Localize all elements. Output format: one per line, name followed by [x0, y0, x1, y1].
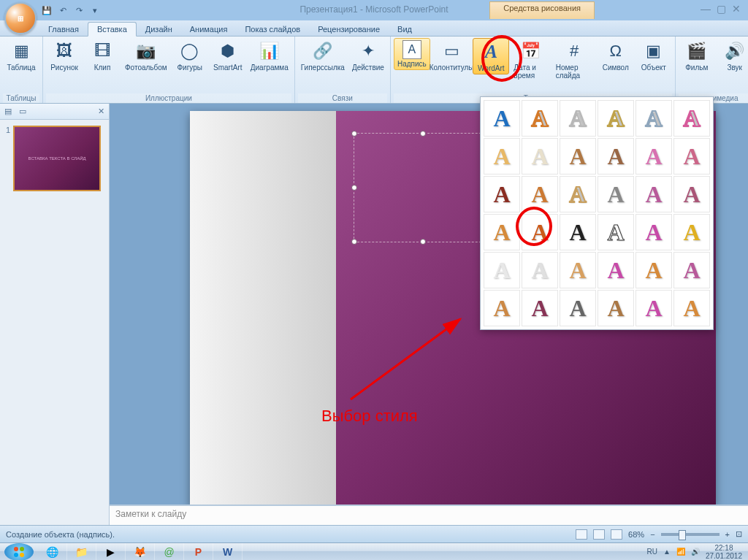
tab-главная[interactable]: Главная	[39, 23, 88, 36]
taskbar-firefox[interactable]: 🦊	[126, 543, 155, 561]
tray-lang[interactable]: RU	[647, 548, 657, 556]
ribbon-Диаграмма[interactable]: 📊Диаграмма	[248, 38, 291, 73]
taskbar-ie[interactable]: 🌐	[38, 543, 67, 561]
ribbon-Клип[interactable]: 🎞Клип	[84, 38, 121, 73]
taskbar-powerpoint[interactable]: P	[184, 543, 213, 561]
undo-icon[interactable]: ↶	[57, 4, 69, 16]
taskbar-explorer[interactable]: 📁	[67, 543, 96, 561]
wordart-style-13[interactable]: A	[522, 176, 558, 212]
ribbon-Надпись[interactable]: AНадпись	[394, 38, 430, 70]
zoom-in-button[interactable]: +	[725, 530, 730, 539]
tab-вставка[interactable]: Вставка	[88, 22, 137, 37]
slideshow-view-button[interactable]	[611, 529, 622, 540]
wordart-style-15[interactable]: A	[598, 176, 634, 212]
wordart-style-18[interactable]: A	[484, 214, 520, 250]
wordart-style-12[interactable]: A	[484, 176, 520, 212]
ribbon-Номер слайда[interactable]: #Номер слайда	[553, 38, 596, 81]
ribbon-Гиперссылка[interactable]: 🔗Гиперссылка	[298, 38, 348, 73]
notes-pane[interactable]: Заметки к слайду	[110, 505, 748, 525]
wordart-style-22[interactable]: A	[636, 214, 672, 250]
thumbnails-header: ▤ ▭ ✕	[0, 104, 109, 120]
ribbon-SmartArt[interactable]: ⬢SmartArt	[210, 38, 246, 73]
ribbon-Объект[interactable]: ▣Объект	[636, 38, 672, 73]
wordart-style-7[interactable]: A	[522, 138, 558, 174]
save-icon[interactable]: 💾	[41, 4, 53, 16]
text-frame[interactable]	[354, 133, 492, 242]
taskbar-media[interactable]: ▶	[96, 543, 126, 561]
slides-view-icon[interactable]: ▭	[19, 107, 26, 116]
ribbon-Фотоальбом[interactable]: 📷Фотоальбом	[122, 38, 170, 73]
wordart-style-23[interactable]: A	[673, 214, 710, 250]
wordart-style-5[interactable]: A	[673, 100, 710, 137]
office-button[interactable]: ⊞	[4, 2, 37, 34]
wordart-style-26[interactable]: A	[560, 252, 596, 288]
tray-network-icon[interactable]: 📶	[676, 548, 685, 556]
wordart-style-34[interactable]: A	[636, 290, 672, 326]
ribbon-Рисунок[interactable]: 🖼Рисунок	[46, 38, 83, 73]
wordart-style-4[interactable]: A	[636, 100, 672, 137]
wordart-style-10[interactable]: A	[636, 138, 672, 174]
wordart-style-14[interactable]: A	[560, 176, 596, 212]
ribbon-Дата и время[interactable]: 📅Дата и время	[511, 38, 551, 81]
fit-window-button[interactable]: ⊡	[736, 529, 742, 539]
ribbon-Фигуры[interactable]: ◯Фигуры	[172, 38, 208, 73]
wordart-style-16[interactable]: A	[636, 176, 672, 212]
close-button[interactable]: ✕	[732, 3, 741, 15]
ribbon-Колонтитулы[interactable]: ▭Колонтитулы	[432, 38, 471, 73]
taskbar: 🌐 📁 ▶ 🦊 @ P W RU ▲ 📶 🔊 22:1827.01.2012	[0, 542, 748, 560]
ribbon-Фильм[interactable]: 🎬Фильм	[679, 38, 715, 73]
qat-dropdown-icon[interactable]: ▾	[89, 4, 101, 16]
taskbar-word[interactable]: W	[213, 543, 243, 561]
ribbon-Символ[interactable]: ΩСимвол	[598, 38, 634, 73]
zoom-slider[interactable]	[661, 533, 720, 536]
wordart-style-31[interactable]: A	[522, 290, 558, 326]
tab-дизайн[interactable]: Дизайн	[137, 23, 181, 36]
slide-thumbnail-1[interactable]: 1 ВСТАВКА ТЕКСТА В СЛАЙД	[6, 126, 103, 191]
thumbnail-preview: ВСТАВКА ТЕКСТА В СЛАЙД	[13, 126, 101, 191]
wordart-style-30[interactable]: A	[484, 290, 520, 326]
ribbon-Звук[interactable]: 🔊Звук	[717, 38, 748, 73]
maximize-button[interactable]: ▢	[717, 3, 726, 15]
sorter-view-button[interactable]	[593, 529, 605, 540]
tray-clock[interactable]: 22:1827.01.2012	[706, 544, 742, 560]
wordart-style-6[interactable]: A	[484, 138, 520, 174]
wordart-style-28[interactable]: A	[636, 252, 672, 288]
wordart-style-20[interactable]: A	[560, 214, 596, 250]
ribbon-WordArt[interactable]: AWordArt	[473, 38, 509, 74]
outline-view-icon[interactable]: ▤	[4, 107, 12, 116]
wordart-style-0[interactable]: A	[484, 100, 520, 137]
contextual-tab-drawing[interactable]: Средства рисования	[489, 1, 595, 19]
wordart-style-32[interactable]: A	[560, 290, 596, 326]
wordart-style-17[interactable]: A	[673, 176, 710, 212]
thumbnail-number: 1	[6, 126, 10, 191]
taskbar-mail[interactable]: @	[155, 543, 184, 561]
wordart-style-11[interactable]: A	[673, 138, 710, 174]
tab-анимация[interactable]: Анимация	[181, 23, 237, 36]
wordart-style-21[interactable]: A	[598, 214, 634, 250]
redo-icon[interactable]: ↷	[73, 4, 85, 16]
zoom-out-button[interactable]: −	[650, 530, 654, 539]
wordart-style-24[interactable]: A	[484, 252, 520, 288]
wordart-style-8[interactable]: A	[560, 138, 596, 174]
wordart-style-35[interactable]: A	[673, 290, 710, 326]
wordart-style-27[interactable]: A	[598, 252, 634, 288]
ribbon-Действие[interactable]: ✦Действие	[349, 38, 387, 73]
wordart-style-9[interactable]: A	[598, 138, 634, 174]
tab-рецензирование[interactable]: Рецензирование	[309, 23, 389, 36]
normal-view-button[interactable]	[576, 529, 587, 540]
ribbon-Таблица[interactable]: ▦Таблица	[3, 38, 39, 73]
wordart-style-29[interactable]: A	[673, 252, 710, 288]
tab-показ слайдов[interactable]: Показ слайдов	[236, 23, 309, 36]
wordart-style-1[interactable]: A	[522, 100, 558, 137]
tray-flag-icon[interactable]: ▲	[663, 548, 671, 556]
tab-вид[interactable]: Вид	[389, 23, 421, 36]
wordart-style-25[interactable]: A	[522, 252, 558, 288]
close-pane-icon[interactable]: ✕	[98, 107, 104, 116]
tray-volume-icon[interactable]: 🔊	[691, 548, 700, 556]
wordart-style-2[interactable]: A	[560, 100, 596, 137]
minimize-button[interactable]: —	[701, 3, 711, 15]
wordart-style-33[interactable]: A	[598, 290, 634, 326]
wordart-style-19[interactable]: A	[522, 214, 558, 250]
start-button[interactable]	[4, 543, 34, 561]
wordart-style-3[interactable]: A	[598, 100, 634, 137]
